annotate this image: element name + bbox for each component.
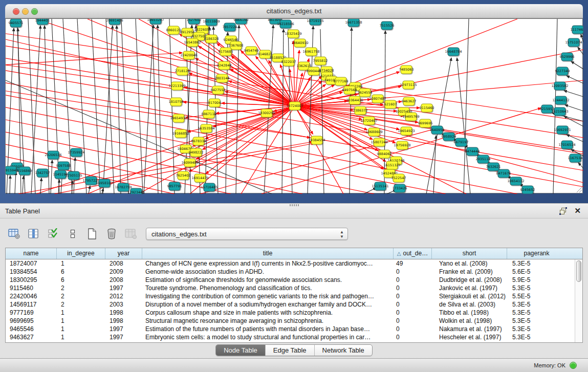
graph-node-yellow[interactable]: 621607: [384, 100, 397, 108]
graph-node-yellow[interactable]: 8860123: [166, 26, 181, 34]
table-row[interactable]: 1872400712008Changes of HCN gene express…: [6, 259, 582, 268]
graph-node-yellow[interactable]: 16914479: [191, 174, 208, 182]
graph-node-teal[interactable]: 8471676: [496, 169, 511, 178]
graph-node-teal[interactable]: 9227349: [555, 67, 570, 75]
graph-node-teal[interactable]: 3915941: [6, 166, 18, 174]
graph-node-teal[interactable]: 17016514: [558, 141, 575, 149]
column-header-name[interactable]: name: [6, 248, 57, 259]
graph-node-teal[interactable]: 20691406: [106, 19, 123, 25]
graph-node-yellow[interactable]: 12973115: [400, 81, 417, 89]
column-header-short[interactable]: short: [432, 248, 507, 259]
table-row[interactable]: 946554611997Estimation of the future num…: [6, 325, 582, 333]
graph-node-teal[interactable]: 9466160: [234, 19, 249, 24]
column-header-pagerank[interactable]: pagerank: [507, 248, 566, 259]
graph-node-teal[interactable]: 1167534: [568, 154, 583, 162]
delete-table-icon[interactable]: [104, 227, 119, 241]
graph-node-yellow[interactable]: 18325419: [285, 30, 301, 38]
graph-node-teal[interactable]: 9097588: [56, 162, 71, 170]
graph-node-teal[interactable]: 9857791: [167, 182, 182, 190]
graph-node-yellow[interactable]: 9115460: [420, 104, 434, 112]
graph-node-teal[interactable]: 20206536: [45, 151, 61, 159]
column-header-in_degree[interactable]: in_degree: [57, 248, 105, 259]
graph-node-yellow[interactable]: 9242848: [217, 61, 232, 70]
graph-node-yellow[interactable]: 9699695: [418, 119, 433, 127]
table-row[interactable]: 2242004622012Investigating the contribut…: [6, 292, 582, 300]
graph-node-yellow[interactable]: 7625402: [176, 171, 191, 180]
graph-node-teal[interactable]: 1527602: [187, 19, 202, 24]
float-panel-icon[interactable]: [559, 207, 568, 215]
graph-node-yellow[interactable]: 10807487: [369, 95, 386, 103]
graph-node-teal[interactable]: 7857224: [223, 23, 237, 31]
graph-node-yellow[interactable]: 10688609: [365, 128, 382, 136]
graph-node-yellow[interactable]: 19166852: [172, 129, 189, 138]
table-row[interactable]: 977716911998Corpus callosum shape and si…: [6, 309, 582, 317]
graph-node-teal[interactable]: 1640954: [430, 126, 445, 134]
graph-node-yellow[interactable]: 7386372: [353, 106, 368, 115]
graph-node-yellow[interactable]: 9498222: [189, 148, 204, 157]
graph-node-teal[interactable]: 1342757: [35, 169, 50, 177]
graph-node-teal[interactable]: 9474444: [465, 147, 480, 156]
graph-node-teal[interactable]: 1944401: [35, 19, 50, 25]
table-dropdown[interactable]: citations_edges.txt ▲▼: [146, 228, 348, 240]
column-header-year[interactable]: year: [105, 248, 142, 259]
graph-node-yellow[interactable]: 9454749: [244, 47, 259, 55]
close-panel-icon[interactable]: ✕: [574, 206, 581, 215]
graph-node-yellow[interactable]: 7485063: [399, 65, 414, 74]
graph-node-teal[interactable]: 12444132: [552, 96, 569, 104]
graph-node-yellow[interactable]: 16961758: [302, 48, 319, 56]
graph-node-yellow[interactable]: 9884067: [377, 150, 392, 158]
graph-node-yellow[interactable]: 7955812: [313, 57, 328, 65]
graph-node-yellow[interactable]: 2803144: [215, 74, 230, 82]
graph-node-yellow[interactable]: 16353594: [198, 124, 214, 133]
graph-node-yellow[interactable]: 8427552: [211, 86, 226, 94]
splitter-grip[interactable]: [290, 204, 299, 206]
graph-node-yellow[interactable]: 19756928: [394, 141, 410, 149]
graph-node-yellow[interactable]: 8186328: [204, 35, 219, 43]
tab-node-table[interactable]: Node Table: [216, 345, 266, 356]
graph-node-yellow[interactable]: 9463627: [402, 97, 417, 105]
table-row[interactable]: 1456911722003Disruption of a novel membe…: [6, 300, 582, 309]
graph-node-teal[interactable]: 6679197: [454, 138, 469, 146]
scrollbar-thumb[interactable]: [576, 260, 581, 282]
import-table-icon[interactable]: [124, 227, 138, 241]
graph-node-teal[interactable]: 7515526: [380, 21, 395, 30]
table-row[interactable]: 1938455462009Genome-wide association stu…: [6, 268, 582, 276]
graph-node-yellow[interactable]: 22420046: [180, 51, 197, 59]
graph-node-yellow[interactable]: 7522547: [391, 174, 406, 182]
graph-node-teal[interactable]: 15751074: [565, 38, 582, 47]
graph-node-yellow[interactable]: 917004: [208, 99, 221, 107]
graph-node-yellow[interactable]: 18640910: [291, 39, 308, 47]
graph-node-teal[interactable]: 16671358: [345, 19, 362, 27]
graph-node-teal[interactable]: 16033809: [203, 19, 220, 26]
graph-node-teal[interactable]: 10719155: [307, 19, 323, 25]
graph-node-teal[interactable]: 9245652: [520, 186, 535, 194]
graph-node-yellow[interactable]: 15807249: [371, 138, 387, 146]
graph-node-teal[interactable]: 2935114: [476, 155, 491, 163]
table-row[interactable]: 1830029562008Estimation of significance …: [6, 276, 582, 284]
graph-node-teal[interactable]: 1156869: [17, 167, 32, 175]
graph-node-yellow[interactable]: 8867110: [202, 110, 216, 118]
graph-node-teal[interactable]: 10654112: [507, 177, 524, 185]
selection-mode-icon[interactable]: [46, 227, 60, 241]
show-columns-icon[interactable]: [27, 227, 41, 241]
table-row[interactable]: 946362711997Embryonic stem cells: a mode…: [6, 333, 582, 341]
column-header-out_de[interactable]: △out_de…: [394, 248, 432, 259]
graph-node-teal[interactable]: 9529966: [560, 53, 575, 61]
graph-node-teal[interactable]: 15716485: [201, 183, 217, 191]
network-window-titlebar[interactable]: citations_edges.txt: [5, 4, 583, 18]
tab-network-table[interactable]: Network Table: [315, 345, 372, 356]
graph-node-yellow[interactable]: 8322037: [281, 58, 296, 66]
graph-node-teal[interactable]: 15135141: [372, 182, 388, 190]
graph-node-yellow[interactable]: 9175685: [219, 48, 233, 56]
graph-node-yellow[interactable]: 16099489: [181, 159, 198, 167]
table-settings-icon[interactable]: [7, 227, 21, 241]
graph-node-yellow[interactable]: 8678334: [191, 137, 206, 145]
table-row[interactable]: 911546021997Tourette syndrome. Phenomeno…: [6, 284, 582, 292]
graph-node-teal[interactable]: 9405571: [9, 19, 24, 27]
column-header-title[interactable]: title: [142, 248, 394, 259]
graph-node-yellow[interactable]: 18300295: [258, 109, 275, 117]
network-canvas[interactable]: 9405571194440120691406106532871527602160…: [5, 18, 583, 193]
graph-node-teal[interactable]: 16648784: [445, 48, 462, 56]
graph-node-yellow[interactable]: 19654932: [170, 114, 187, 122]
graph-node-yellow[interactable]: 2718126: [175, 67, 190, 75]
